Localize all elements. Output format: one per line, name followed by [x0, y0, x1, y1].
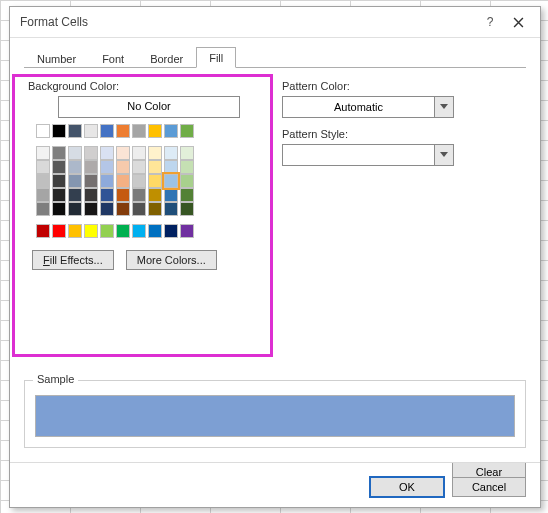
more-colors-button[interactable]: More Colors...: [126, 250, 217, 270]
sample-legend: Sample: [33, 373, 78, 385]
color-swatch[interactable]: [68, 124, 82, 138]
background-color-label: Background Color:: [28, 80, 258, 92]
color-swatch[interactable]: [84, 124, 98, 138]
color-swatch[interactable]: [116, 174, 130, 188]
pattern-style-dropdown-arrow[interactable]: [434, 145, 453, 165]
color-swatch[interactable]: [164, 224, 178, 238]
color-swatch[interactable]: [52, 202, 66, 216]
color-swatch[interactable]: [68, 174, 82, 188]
color-swatch[interactable]: [116, 146, 130, 160]
color-swatch[interactable]: [132, 202, 146, 216]
color-swatch[interactable]: [164, 188, 178, 202]
color-swatch[interactable]: [68, 224, 82, 238]
color-swatch[interactable]: [68, 146, 82, 160]
color-swatch[interactable]: [148, 124, 162, 138]
tab-fill[interactable]: Fill: [196, 47, 236, 68]
pattern-color-value: Automatic: [283, 97, 434, 117]
pattern-style-combo[interactable]: [282, 144, 454, 166]
color-swatch[interactable]: [52, 188, 66, 202]
tab-number[interactable]: Number: [24, 48, 89, 68]
color-swatch[interactable]: [36, 174, 50, 188]
ok-button[interactable]: OK: [370, 477, 444, 497]
color-swatch[interactable]: [180, 146, 194, 160]
help-button[interactable]: ?: [476, 10, 504, 34]
color-swatch[interactable]: [36, 188, 50, 202]
color-swatch[interactable]: [132, 188, 146, 202]
color-swatch[interactable]: [116, 188, 130, 202]
color-swatch[interactable]: [36, 124, 50, 138]
chevron-down-icon: [440, 104, 448, 110]
color-swatch[interactable]: [180, 160, 194, 174]
pattern-color-combo[interactable]: Automatic: [282, 96, 454, 118]
color-swatch[interactable]: [52, 224, 66, 238]
tab-border[interactable]: Border: [137, 48, 196, 68]
color-swatch[interactable]: [116, 224, 130, 238]
footer-divider: [10, 462, 540, 463]
tab-font[interactable]: Font: [89, 48, 137, 68]
color-swatch[interactable]: [84, 174, 98, 188]
color-swatch[interactable]: [148, 224, 162, 238]
color-swatch[interactable]: [180, 174, 194, 188]
sample-preview: [35, 395, 515, 437]
color-swatch[interactable]: [52, 160, 66, 174]
color-swatch[interactable]: [100, 188, 114, 202]
color-swatch[interactable]: [100, 146, 114, 160]
color-swatch[interactable]: [148, 202, 162, 216]
color-swatch[interactable]: [180, 188, 194, 202]
pattern-section: Pattern Color: Automatic Pattern Style:: [282, 78, 522, 270]
background-color-section: Background Color: No Color Fill Effects.…: [28, 78, 258, 270]
color-swatch[interactable]: [164, 202, 178, 216]
pattern-color-label: Pattern Color:: [282, 80, 522, 92]
color-swatch[interactable]: [68, 188, 82, 202]
color-swatch[interactable]: [52, 146, 66, 160]
color-swatch[interactable]: [164, 174, 178, 188]
color-swatch[interactable]: [180, 202, 194, 216]
color-palette: [36, 124, 258, 238]
color-swatch[interactable]: [132, 160, 146, 174]
dialog-footer: OK Cancel: [370, 467, 526, 497]
pattern-color-dropdown-arrow[interactable]: [434, 97, 453, 117]
pattern-style-label: Pattern Style:: [282, 128, 522, 140]
color-swatch[interactable]: [36, 224, 50, 238]
color-swatch[interactable]: [36, 160, 50, 174]
close-button[interactable]: [504, 10, 532, 34]
color-swatch[interactable]: [148, 174, 162, 188]
color-swatch[interactable]: [180, 224, 194, 238]
color-swatch[interactable]: [148, 146, 162, 160]
tab-strip: NumberFontBorderFill: [24, 44, 526, 68]
color-swatch[interactable]: [36, 146, 50, 160]
color-swatch[interactable]: [36, 202, 50, 216]
color-swatch[interactable]: [132, 124, 146, 138]
color-swatch[interactable]: [100, 174, 114, 188]
color-swatch[interactable]: [84, 188, 98, 202]
color-swatch[interactable]: [132, 146, 146, 160]
color-swatch[interactable]: [116, 124, 130, 138]
color-swatch[interactable]: [52, 174, 66, 188]
color-swatch[interactable]: [68, 160, 82, 174]
color-swatch[interactable]: [84, 202, 98, 216]
color-swatch[interactable]: [100, 224, 114, 238]
color-swatch[interactable]: [84, 224, 98, 238]
color-swatch[interactable]: [132, 174, 146, 188]
color-swatch[interactable]: [164, 124, 178, 138]
color-swatch[interactable]: [68, 202, 82, 216]
color-swatch[interactable]: [164, 146, 178, 160]
color-swatch[interactable]: [116, 202, 130, 216]
cancel-button[interactable]: Cancel: [452, 477, 526, 497]
color-swatch[interactable]: [100, 124, 114, 138]
color-swatch[interactable]: [116, 160, 130, 174]
color-swatch[interactable]: [84, 160, 98, 174]
color-swatch[interactable]: [100, 160, 114, 174]
dialog-title: Format Cells: [20, 15, 476, 29]
color-swatch[interactable]: [100, 202, 114, 216]
color-swatch[interactable]: [132, 224, 146, 238]
color-swatch[interactable]: [52, 124, 66, 138]
color-swatch[interactable]: [148, 160, 162, 174]
color-swatch[interactable]: [84, 146, 98, 160]
fill-effects-button[interactable]: Fill Effects...: [32, 250, 114, 270]
chevron-down-icon: [440, 152, 448, 158]
color-swatch[interactable]: [180, 124, 194, 138]
no-color-button[interactable]: No Color: [58, 96, 240, 118]
color-swatch[interactable]: [148, 188, 162, 202]
color-swatch[interactable]: [164, 160, 178, 174]
